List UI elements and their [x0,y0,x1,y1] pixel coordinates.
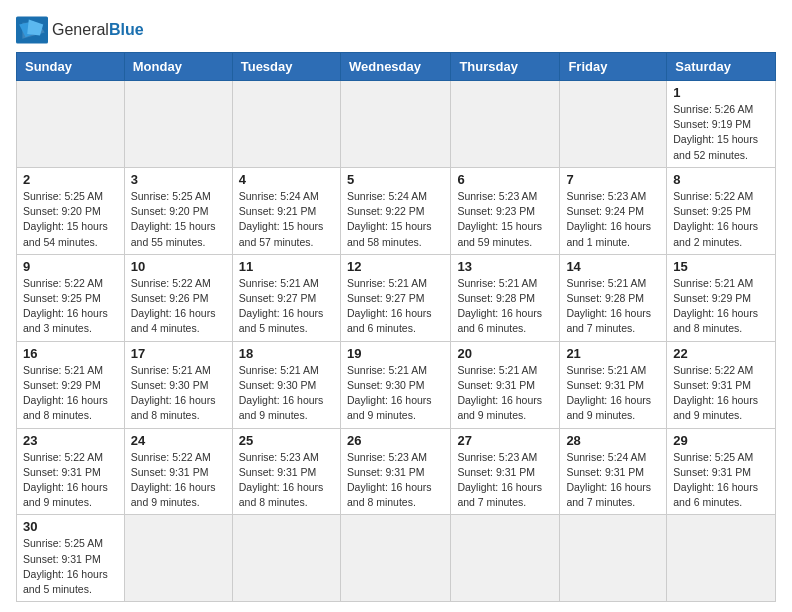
day-number: 7 [566,172,660,187]
calendar-day-cell: 1Sunrise: 5:26 AM Sunset: 9:19 PM Daylig… [667,81,776,168]
calendar-day-cell: 7Sunrise: 5:23 AM Sunset: 9:24 PM Daylig… [560,167,667,254]
weekday-header-saturday: Saturday [667,53,776,81]
calendar-day-cell: 9Sunrise: 5:22 AM Sunset: 9:25 PM Daylig… [17,254,125,341]
calendar-day-cell: 23Sunrise: 5:22 AM Sunset: 9:31 PM Dayli… [17,428,125,515]
day-info: Sunrise: 5:25 AM Sunset: 9:20 PM Dayligh… [23,189,118,250]
calendar-day-cell: 11Sunrise: 5:21 AM Sunset: 9:27 PM Dayli… [232,254,340,341]
day-number: 25 [239,433,334,448]
day-info: Sunrise: 5:21 AM Sunset: 9:27 PM Dayligh… [347,276,444,337]
calendar-day-cell [667,515,776,602]
weekday-header-monday: Monday [124,53,232,81]
day-info: Sunrise: 5:21 AM Sunset: 9:30 PM Dayligh… [131,363,226,424]
day-info: Sunrise: 5:22 AM Sunset: 9:31 PM Dayligh… [131,450,226,511]
calendar-day-cell: 30Sunrise: 5:25 AM Sunset: 9:31 PM Dayli… [17,515,125,602]
calendar-day-cell [17,81,125,168]
generalblue-logo-icon [16,16,48,44]
day-number: 21 [566,346,660,361]
calendar-day-cell: 3Sunrise: 5:25 AM Sunset: 9:20 PM Daylig… [124,167,232,254]
day-info: Sunrise: 5:24 AM Sunset: 9:22 PM Dayligh… [347,189,444,250]
day-number: 13 [457,259,553,274]
calendar-day-cell: 8Sunrise: 5:22 AM Sunset: 9:25 PM Daylig… [667,167,776,254]
day-info: Sunrise: 5:21 AM Sunset: 9:31 PM Dayligh… [457,363,553,424]
day-info: Sunrise: 5:26 AM Sunset: 9:19 PM Dayligh… [673,102,769,163]
calendar-day-cell [340,81,450,168]
day-info: Sunrise: 5:23 AM Sunset: 9:23 PM Dayligh… [457,189,553,250]
day-info: Sunrise: 5:22 AM Sunset: 9:31 PM Dayligh… [673,363,769,424]
day-number: 8 [673,172,769,187]
calendar-day-cell: 6Sunrise: 5:23 AM Sunset: 9:23 PM Daylig… [451,167,560,254]
calendar-day-cell [232,515,340,602]
calendar-day-cell [124,515,232,602]
day-number: 28 [566,433,660,448]
day-info: Sunrise: 5:21 AM Sunset: 9:30 PM Dayligh… [347,363,444,424]
calendar-week-row: 2Sunrise: 5:25 AM Sunset: 9:20 PM Daylig… [17,167,776,254]
day-info: Sunrise: 5:24 AM Sunset: 9:21 PM Dayligh… [239,189,334,250]
day-info: Sunrise: 5:25 AM Sunset: 9:20 PM Dayligh… [131,189,226,250]
day-number: 29 [673,433,769,448]
calendar-day-cell: 2Sunrise: 5:25 AM Sunset: 9:20 PM Daylig… [17,167,125,254]
calendar-day-cell: 13Sunrise: 5:21 AM Sunset: 9:28 PM Dayli… [451,254,560,341]
day-number: 4 [239,172,334,187]
day-number: 3 [131,172,226,187]
calendar-day-cell [560,515,667,602]
calendar-week-row: 23Sunrise: 5:22 AM Sunset: 9:31 PM Dayli… [17,428,776,515]
calendar-week-row: 1Sunrise: 5:26 AM Sunset: 9:19 PM Daylig… [17,81,776,168]
calendar-day-cell: 5Sunrise: 5:24 AM Sunset: 9:22 PM Daylig… [340,167,450,254]
calendar-day-cell: 24Sunrise: 5:22 AM Sunset: 9:31 PM Dayli… [124,428,232,515]
day-number: 12 [347,259,444,274]
calendar-week-row: 9Sunrise: 5:22 AM Sunset: 9:25 PM Daylig… [17,254,776,341]
weekday-header-wednesday: Wednesday [340,53,450,81]
day-info: Sunrise: 5:22 AM Sunset: 9:31 PM Dayligh… [23,450,118,511]
day-info: Sunrise: 5:25 AM Sunset: 9:31 PM Dayligh… [673,450,769,511]
day-number: 17 [131,346,226,361]
day-info: Sunrise: 5:22 AM Sunset: 9:25 PM Dayligh… [673,189,769,250]
day-number: 14 [566,259,660,274]
day-number: 9 [23,259,118,274]
day-number: 15 [673,259,769,274]
day-info: Sunrise: 5:21 AM Sunset: 9:30 PM Dayligh… [239,363,334,424]
day-info: Sunrise: 5:24 AM Sunset: 9:31 PM Dayligh… [566,450,660,511]
calendar-day-cell: 27Sunrise: 5:23 AM Sunset: 9:31 PM Dayli… [451,428,560,515]
calendar-day-cell: 21Sunrise: 5:21 AM Sunset: 9:31 PM Dayli… [560,341,667,428]
day-info: Sunrise: 5:21 AM Sunset: 9:31 PM Dayligh… [566,363,660,424]
calendar-day-cell: 29Sunrise: 5:25 AM Sunset: 9:31 PM Dayli… [667,428,776,515]
day-info: Sunrise: 5:21 AM Sunset: 9:28 PM Dayligh… [566,276,660,337]
day-info: Sunrise: 5:22 AM Sunset: 9:25 PM Dayligh… [23,276,118,337]
day-number: 6 [457,172,553,187]
calendar-day-cell: 14Sunrise: 5:21 AM Sunset: 9:28 PM Dayli… [560,254,667,341]
day-number: 11 [239,259,334,274]
calendar-day-cell: 16Sunrise: 5:21 AM Sunset: 9:29 PM Dayli… [17,341,125,428]
calendar-day-cell: 28Sunrise: 5:24 AM Sunset: 9:31 PM Dayli… [560,428,667,515]
logo-text: GeneralBlue [52,21,144,39]
calendar-day-cell [560,81,667,168]
day-number: 19 [347,346,444,361]
calendar-day-cell: 25Sunrise: 5:23 AM Sunset: 9:31 PM Dayli… [232,428,340,515]
weekday-header-thursday: Thursday [451,53,560,81]
calendar-day-cell [124,81,232,168]
calendar-day-cell: 15Sunrise: 5:21 AM Sunset: 9:29 PM Dayli… [667,254,776,341]
calendar-day-cell [340,515,450,602]
day-number: 23 [23,433,118,448]
day-number: 27 [457,433,553,448]
weekday-header-sunday: Sunday [17,53,125,81]
day-info: Sunrise: 5:21 AM Sunset: 9:29 PM Dayligh… [23,363,118,424]
calendar-day-cell: 12Sunrise: 5:21 AM Sunset: 9:27 PM Dayli… [340,254,450,341]
header: GeneralBlue [16,16,776,44]
day-info: Sunrise: 5:21 AM Sunset: 9:29 PM Dayligh… [673,276,769,337]
calendar-day-cell: 4Sunrise: 5:24 AM Sunset: 9:21 PM Daylig… [232,167,340,254]
day-number: 1 [673,85,769,100]
day-info: Sunrise: 5:23 AM Sunset: 9:24 PM Dayligh… [566,189,660,250]
day-number: 5 [347,172,444,187]
weekday-header-friday: Friday [560,53,667,81]
day-number: 2 [23,172,118,187]
day-number: 30 [23,519,118,534]
day-number: 26 [347,433,444,448]
calendar-day-cell: 18Sunrise: 5:21 AM Sunset: 9:30 PM Dayli… [232,341,340,428]
calendar-week-row: 16Sunrise: 5:21 AM Sunset: 9:29 PM Dayli… [17,341,776,428]
weekday-header-tuesday: Tuesday [232,53,340,81]
day-info: Sunrise: 5:23 AM Sunset: 9:31 PM Dayligh… [347,450,444,511]
day-info: Sunrise: 5:21 AM Sunset: 9:28 PM Dayligh… [457,276,553,337]
day-number: 10 [131,259,226,274]
day-info: Sunrise: 5:25 AM Sunset: 9:31 PM Dayligh… [23,536,118,597]
day-info: Sunrise: 5:23 AM Sunset: 9:31 PM Dayligh… [457,450,553,511]
